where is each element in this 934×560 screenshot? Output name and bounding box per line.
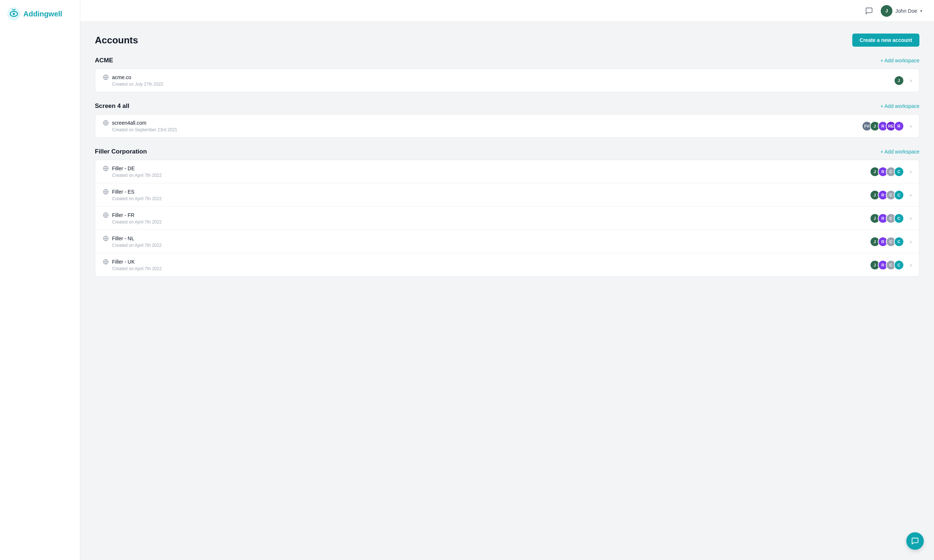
globe-icon xyxy=(103,120,109,126)
avatar-stack: FVJRRER xyxy=(862,121,904,131)
avatar: J xyxy=(894,75,904,86)
workspace-name-text: Filler - FR xyxy=(112,212,134,218)
workspace-name-text: Filler - ES xyxy=(112,189,134,195)
workspace-right: JRCC› xyxy=(870,260,912,270)
workspace-right: JRCC› xyxy=(870,167,912,177)
workspace-right: JRCC› xyxy=(870,213,912,223)
workspace-info: Filler - DECreated on April 7th 2022 xyxy=(103,165,162,178)
logo-icon xyxy=(7,7,20,20)
workspace-item[interactable]: Filler - DECreated on April 7th 2022JRCC… xyxy=(95,160,919,183)
avatar-stack: JRCC xyxy=(870,213,904,223)
workspace-list-screen4all: screen4all.comCreated on September 23rd … xyxy=(95,114,919,138)
avatar-stack: J xyxy=(894,75,904,86)
workspace-right: JRCC› xyxy=(870,190,912,200)
user-menu-chevron-icon: ▾ xyxy=(920,8,922,14)
user-name-label: John Doe xyxy=(895,8,917,14)
avatar-stack: JRCC xyxy=(870,237,904,247)
account-section-name-acme: ACME xyxy=(95,57,113,64)
create-new-account-button[interactable]: Create a new account xyxy=(852,34,919,47)
workspace-name-row: Filler - DE xyxy=(103,165,162,172)
chevron-right-icon: › xyxy=(910,168,912,175)
chat-bubble-button[interactable] xyxy=(906,532,924,550)
globe-icon xyxy=(103,212,109,218)
logo-text: Addingwell xyxy=(23,10,62,18)
account-section-screen4all: Screen 4 all+ Add workspacescreen4all.co… xyxy=(95,102,919,138)
workspace-item[interactable]: Filler - ESCreated on April 7th 2022JRCC… xyxy=(95,183,919,207)
avatar-stack: JRCC xyxy=(870,167,904,177)
workspace-date: Created on April 7th 2022 xyxy=(112,220,162,225)
add-workspace-button-screen4all[interactable]: + Add workspace xyxy=(880,103,919,109)
avatar: C xyxy=(894,213,904,223)
chevron-right-icon: › xyxy=(910,192,912,198)
account-section-acme: ACME+ Add workspaceacme.coCreated on Jul… xyxy=(95,57,919,92)
user-menu[interactable]: J John Doe ▾ xyxy=(881,5,922,17)
workspace-name-row: Filler - NL xyxy=(103,235,162,242)
workspace-list-acme: acme.coCreated on July 27th 2022J› xyxy=(95,69,919,92)
workspace-item[interactable]: Filler - NLCreated on April 7th 2022JRCC… xyxy=(95,230,919,253)
avatar-stack: JRCC xyxy=(870,260,904,270)
avatar: C xyxy=(894,260,904,270)
workspace-date: Created on July 27th 2022 xyxy=(112,82,163,87)
workspace-info: acme.coCreated on July 27th 2022 xyxy=(103,74,163,87)
account-section-name-screen4all: Screen 4 all xyxy=(95,102,129,110)
workspace-name-row: Filler - FR xyxy=(103,212,162,218)
workspace-item[interactable]: screen4all.comCreated on September 23rd … xyxy=(95,114,919,137)
account-section-header-acme: ACME+ Add workspace xyxy=(95,57,919,64)
workspace-date: Created on April 7th 2022 xyxy=(112,243,162,248)
header: J John Doe ▾ xyxy=(80,0,934,22)
workspace-info: Filler - NLCreated on April 7th 2022 xyxy=(103,235,162,248)
avatar: C xyxy=(894,237,904,247)
workspace-date: Created on September 23rd 2021 xyxy=(112,127,177,132)
main-area: J John Doe ▾ Accounts Create a new accou… xyxy=(80,0,934,560)
globe-icon xyxy=(103,235,109,242)
workspace-right: FVJRRER› xyxy=(862,121,912,131)
avatar: C xyxy=(894,190,904,200)
chevron-right-icon: › xyxy=(910,77,912,84)
workspace-right: J› xyxy=(894,75,912,86)
workspace-name-row: screen4all.com xyxy=(103,120,177,126)
chevron-right-icon: › xyxy=(910,262,912,268)
globe-icon xyxy=(103,165,109,172)
logo: Addingwell xyxy=(0,7,80,28)
chevron-right-icon: › xyxy=(910,215,912,222)
svg-point-2 xyxy=(13,13,15,15)
chevron-right-icon: › xyxy=(910,123,912,129)
content: Accounts Create a new account ACME+ Add … xyxy=(80,22,934,560)
workspace-item[interactable]: acme.coCreated on July 27th 2022J› xyxy=(95,69,919,92)
workspace-date: Created on April 7th 2022 xyxy=(112,173,162,178)
workspace-info: screen4all.comCreated on September 23rd … xyxy=(103,120,177,132)
page-header: Accounts Create a new account xyxy=(95,34,919,47)
workspace-info: Filler - FRCreated on April 7th 2022 xyxy=(103,212,162,225)
accounts-container: ACME+ Add workspaceacme.coCreated on Jul… xyxy=(95,57,919,277)
workspace-name-text: Filler - UK xyxy=(112,259,135,265)
page-title: Accounts xyxy=(95,35,138,46)
add-workspace-button-acme[interactable]: + Add workspace xyxy=(880,58,919,63)
avatar-stack: JRCC xyxy=(870,190,904,200)
user-avatar: J xyxy=(881,5,892,17)
sidebar: Addingwell xyxy=(0,0,80,560)
account-section-header-filler-corp: Filler Corporation+ Add workspace xyxy=(95,148,919,155)
globe-icon xyxy=(103,188,109,195)
add-workspace-button-filler-corp[interactable]: + Add workspace xyxy=(880,149,919,155)
workspace-info: Filler - ESCreated on April 7th 2022 xyxy=(103,188,162,201)
workspace-info: Filler - UKCreated on April 7th 2022 xyxy=(103,258,162,271)
workspace-list-filler-corp: Filler - DECreated on April 7th 2022JRCC… xyxy=(95,160,919,277)
avatar: R xyxy=(894,121,904,131)
workspace-name-row: Filler - ES xyxy=(103,188,162,195)
chat-icon[interactable] xyxy=(863,5,875,17)
workspace-name-row: acme.co xyxy=(103,74,163,81)
workspace-date: Created on April 7th 2022 xyxy=(112,266,162,271)
workspace-name-text: Filler - NL xyxy=(112,235,134,242)
account-section-filler-corp: Filler Corporation+ Add workspaceFiller … xyxy=(95,148,919,277)
workspace-name-text: acme.co xyxy=(112,74,131,80)
workspace-right: JRCC› xyxy=(870,237,912,247)
workspace-item[interactable]: Filler - UKCreated on April 7th 2022JRCC… xyxy=(95,253,919,276)
workspace-name-text: screen4all.com xyxy=(112,120,146,126)
globe-icon xyxy=(103,74,109,81)
avatar: C xyxy=(894,167,904,177)
account-section-header-screen4all: Screen 4 all+ Add workspace xyxy=(95,102,919,110)
globe-icon xyxy=(103,258,109,265)
workspace-name-row: Filler - UK xyxy=(103,258,162,265)
workspace-item[interactable]: Filler - FRCreated on April 7th 2022JRCC… xyxy=(95,207,919,230)
chevron-right-icon: › xyxy=(910,238,912,245)
